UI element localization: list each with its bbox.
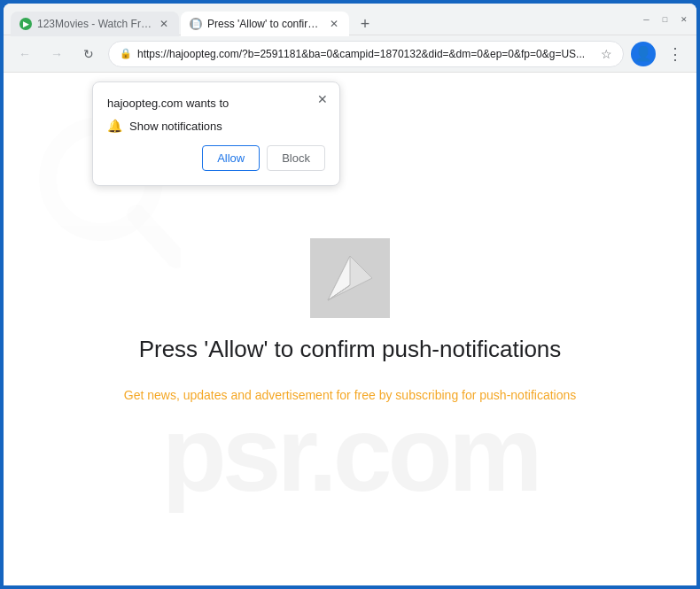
lock-icon: 🔒 [120,48,132,59]
minimize-button[interactable]: ─ [641,13,652,25]
paper-plane-container: Press 'Allow' to confirm push-notificati… [124,238,577,402]
allow-button[interactable]: Allow [202,145,260,171]
close-button[interactable]: ✕ [678,13,689,25]
bell-icon: 🔔 [107,119,122,133]
tab-1-favicon: ▶ [19,18,32,30]
back-button[interactable]: ← [12,42,37,66]
tab-1-label: 123Movies - Watch Free Movies [37,18,152,30]
new-tab-button[interactable]: + [354,13,376,35]
window-controls: ─ □ ✕ [641,13,689,25]
tab-2[interactable]: 📄 Press 'Allow' to confirm push-no ✕ [181,12,349,36]
forward-button[interactable]: → [44,42,69,66]
paper-plane-box [310,238,390,318]
profile-button[interactable]: 👤 [631,42,656,66]
menu-button[interactable]: ⋮ [663,42,688,66]
popup-buttons: Allow Block [107,145,325,171]
tab-1[interactable]: ▶ 123Movies - Watch Free Movies ✕ [11,12,179,36]
tab-2-favicon: 📄 [190,18,202,30]
block-button[interactable]: Block [267,145,325,171]
page-content: hajoopteg.com wants to ✕ 🔔 Show notifica… [4,73,696,585]
notification-popup: hajoopteg.com wants to ✕ 🔔 Show notifica… [92,81,340,186]
tabs-area: ▶ 123Movies - Watch Free Movies ✕ 📄 Pres… [11,4,634,35]
address-bar: ← → ↻ 🔒 https://hajoopteg.com/?b=2591181… [4,35,696,73]
watermark-text: psr.com [161,392,538,515]
url-bar[interactable]: 🔒 https://hajoopteg.com/?b=2591181&ba=0&… [108,41,624,67]
browser-window: ▶ 123Movies - Watch Free Movies ✕ 📄 Pres… [4,4,696,585]
popup-title: hajoopteg.com wants to [107,97,325,110]
notification-row: 🔔 Show notifications [107,119,325,133]
maximize-button[interactable]: □ [659,13,671,25]
bookmark-icon[interactable]: ☆ [601,47,612,61]
tab-2-close[interactable]: ✕ [328,18,340,30]
title-bar: ▶ 123Movies - Watch Free Movies ✕ 📄 Pres… [4,4,696,35]
notification-label: Show notifications [129,120,222,133]
tab-1-close[interactable]: ✕ [158,18,170,30]
main-heading: Press 'Allow' to confirm push-notificati… [139,336,562,363]
tab-2-label: Press 'Allow' to confirm push-no [207,18,323,30]
url-text: https://hajoopteg.com/?b=2591181&ba=0&ca… [137,48,595,60]
refresh-button[interactable]: ↻ [76,42,101,66]
popup-close-button[interactable]: ✕ [315,91,331,107]
sub-text: Get news, updates and advertisement for … [124,388,577,402]
